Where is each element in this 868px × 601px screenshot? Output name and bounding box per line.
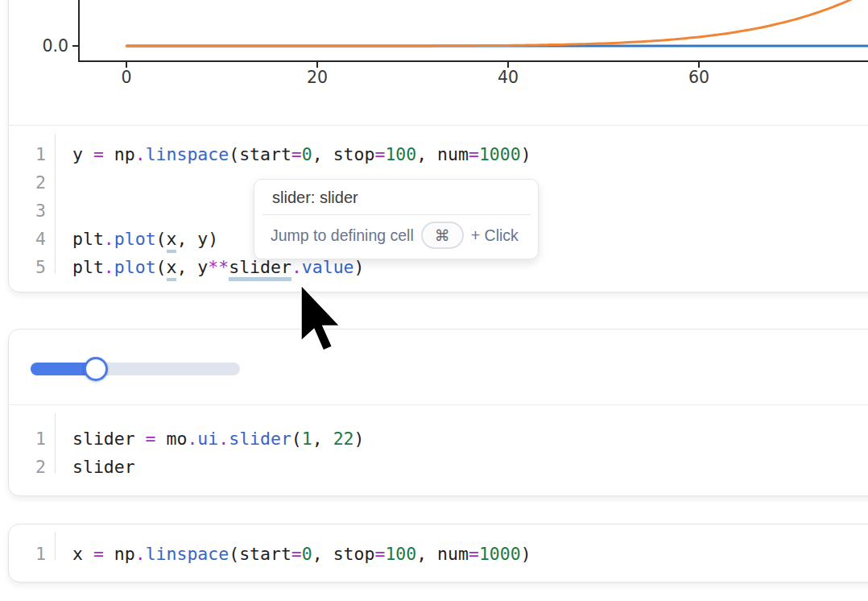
code-token: 100 <box>385 544 416 564</box>
variable-reference[interactable]: slider <box>229 257 291 281</box>
code-token: mo <box>167 429 188 449</box>
cell-slider: 1slider = mo.ui.slider(1, 22)2slider <box>8 329 868 496</box>
variable-tooltip: slider: slider Jump to defining cell ⌘ +… <box>254 179 539 259</box>
code-token: = <box>374 144 385 164</box>
code-token: slider <box>72 429 146 449</box>
line-number: 3 <box>9 201 46 221</box>
code-text: plt.plot(x, y) <box>72 229 218 249</box>
code-token: = <box>93 544 114 564</box>
code-token: , <box>312 429 333 449</box>
code-token: , y <box>176 257 208 277</box>
code-token: np <box>114 544 135 564</box>
code-token: (start <box>229 544 291 564</box>
code-token: slider <box>72 457 135 477</box>
code-line[interactable]: 1y = np.linspace(start=0, stop=100, num=… <box>9 140 868 168</box>
code-token: = <box>469 144 479 164</box>
code-token: , num <box>416 544 469 564</box>
code-token: = <box>146 429 167 449</box>
code-token: 1000 <box>479 144 521 164</box>
slider-track[interactable] <box>31 363 240 375</box>
line-number: 4 <box>9 229 46 249</box>
code-token: ( <box>156 229 167 249</box>
tooltip-click-hint: + Click <box>471 226 519 245</box>
code-token: ui <box>197 429 218 449</box>
code-text: y = np.linspace(start=0, stop=100, num=1… <box>72 144 531 164</box>
code-token: ) <box>354 257 365 277</box>
code-token: . <box>218 429 229 449</box>
code-token: . <box>291 257 302 277</box>
code-token: , y) <box>176 229 218 249</box>
notebook-page: 1y = np.linspace(start=0, stop=100, num=… <box>0 0 868 601</box>
code-token: 0 <box>302 144 312 164</box>
cell-x: 1x = np.linspace(start=0, stop=100, num=… <box>8 524 868 582</box>
line-number: 1 <box>9 544 46 564</box>
code-line[interactable]: 1slider = mo.ui.slider(1, 22) <box>9 425 868 453</box>
code-token: . <box>104 257 114 277</box>
code-text: slider <box>72 457 135 477</box>
slider-output-area <box>9 330 868 405</box>
code-token: = <box>93 144 114 164</box>
variable-reference[interactable]: x <box>167 229 177 253</box>
code-token: . <box>135 144 146 164</box>
code-token: , stop <box>312 544 375 564</box>
code-token: linspace <box>146 544 229 564</box>
line-number: 2 <box>9 457 46 477</box>
code-token: 0 <box>302 544 312 564</box>
code-token: 100 <box>385 144 416 164</box>
code-token: ) <box>521 144 531 164</box>
code-token: = <box>469 544 479 564</box>
command-key-badge: ⌘ <box>421 222 464 249</box>
code-token: plot <box>114 229 156 249</box>
code-text: slider = mo.ui.slider(1, 22) <box>72 429 365 449</box>
code-token: plot <box>114 257 156 277</box>
code-token: ( <box>156 257 167 277</box>
code-token: = <box>291 144 302 164</box>
code-token: plt <box>72 229 104 249</box>
code-editor-slider-cell[interactable]: 1slider = mo.ui.slider(1, 22)2slider <box>9 405 868 481</box>
code-token: plt <box>72 257 104 277</box>
code-token: ) <box>521 544 531 564</box>
code-token: . <box>104 229 114 249</box>
code-token: , num <box>416 144 469 164</box>
code-token: ) <box>354 429 365 449</box>
code-token: 22 <box>333 429 354 449</box>
code-editor-x-cell[interactable]: 1x = np.linspace(start=0, stop=100, num=… <box>9 524 868 568</box>
code-token: = <box>374 544 385 564</box>
plot-output-area <box>9 0 868 126</box>
tooltip-action-label: Jump to defining cell <box>271 226 414 245</box>
code-token: linspace <box>146 144 229 164</box>
code-token: ** <box>208 257 229 277</box>
line-number: 1 <box>9 144 46 164</box>
tooltip-action-row: Jump to defining cell ⌘ + Click <box>254 215 538 259</box>
code-token: 1 <box>302 429 312 449</box>
tooltip-title: slider: slider <box>254 180 538 214</box>
code-token: . <box>187 429 197 449</box>
code-text: x = np.linspace(start=0, stop=100, num=1… <box>72 544 531 564</box>
line-number: 2 <box>9 172 46 193</box>
code-token: , stop <box>312 144 375 164</box>
code-token: value <box>302 257 354 277</box>
variable-reference[interactable]: x <box>167 257 177 281</box>
slider-thumb[interactable] <box>84 357 108 381</box>
code-token: x <box>72 544 93 564</box>
code-token: (start <box>229 144 291 164</box>
code-token: 1000 <box>479 544 521 564</box>
code-token: ( <box>291 429 302 449</box>
code-text: plt.plot(x, y**slider.value) <box>72 257 365 277</box>
line-number: 5 <box>9 257 46 277</box>
code-token: slider <box>229 429 291 449</box>
code-token: y <box>72 144 93 164</box>
code-line[interactable]: 2slider <box>9 453 868 481</box>
code-token: = <box>291 544 302 564</box>
code-line[interactable]: 1x = np.linspace(start=0, stop=100, num=… <box>9 540 868 568</box>
code-token: . <box>135 544 146 564</box>
line-number: 1 <box>9 429 46 449</box>
code-token: np <box>114 144 135 164</box>
